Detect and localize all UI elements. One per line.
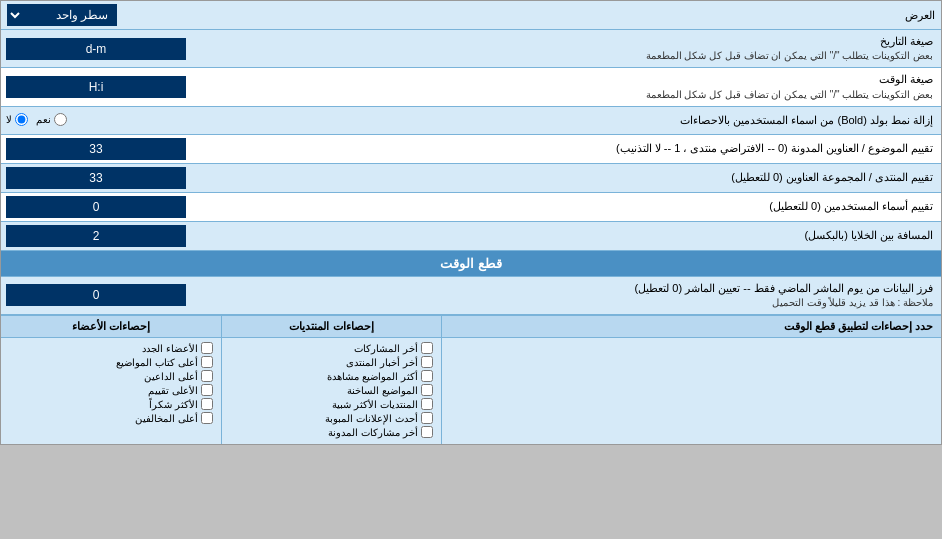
col1-item-3[interactable]: أكثر المواضيع مشاهدة — [230, 370, 433, 382]
cut-time-header-text: قطع الوقت — [440, 256, 502, 271]
col2-item-5[interactable]: الأكثر شكراً — [9, 398, 213, 410]
remove-bold-yes-label[interactable]: نعم — [36, 113, 67, 126]
col2-item-3[interactable]: أعلى الداعين — [9, 370, 213, 382]
col2-item-1[interactable]: الأعضاء الجدد — [9, 342, 213, 354]
forum-order-label: تقييم الموضوع / العناوين المدونة (0 -- ا… — [229, 141, 933, 156]
col2-header: إحصاءات الأعضاء — [1, 316, 221, 337]
cut-time-note: ملاحظة : هذا قد يزيد قليلاً وقت التحميل — [229, 296, 933, 310]
date-format-label: صيغة التاريخ — [229, 34, 933, 49]
col2-item-4[interactable]: الأعلى تقييم — [9, 384, 213, 396]
col1-header: إحصاءات المنتديات — [221, 316, 441, 337]
cell-distance-row: المسافة بين الخلايا (بالبكسل) — [1, 222, 941, 251]
remove-bold-options: نعم لا — [1, 110, 221, 131]
user-names-row: تقييم أسماء المستخدمين (0 للتعطيل) — [1, 193, 941, 222]
col1-item-1[interactable]: أخر المشاركات — [230, 342, 433, 354]
forum-group-input[interactable] — [6, 167, 186, 189]
cell-distance-label: المسافة بين الخلايا (بالبكسل) — [229, 228, 933, 243]
col1-item-7[interactable]: أخر مشاركات المدونة — [230, 426, 433, 438]
remove-bold-no-text: لا — [6, 114, 12, 125]
remove-bold-no-radio[interactable] — [15, 113, 28, 126]
stats-section: حدد إحصاءات لتطبيق قطع الوقت إحصاءات الم… — [1, 315, 941, 444]
col1-item-6[interactable]: أحدث الإعلانات المبوبة — [230, 412, 433, 424]
remove-bold-label: إزالة نمط بولد (Bold) من اسماء المستخدمي… — [229, 113, 933, 128]
col1-item-2[interactable]: أخر أخبار المنتدى — [230, 356, 433, 368]
stats-limit-label: حدد إحصاءات لتطبيق قطع الوقت — [441, 316, 941, 337]
col1-item-4[interactable]: المواضيع الساخنة — [230, 384, 433, 396]
top-bar: العرض سطر واحد — [1, 1, 941, 30]
date-format-row: صيغة التاريخ بعض التكوينات يتطلب "/" الت… — [1, 30, 941, 68]
user-names-label: تقييم أسماء المستخدمين (0 للتعطيل) — [229, 199, 933, 214]
stats-main-col — [441, 338, 941, 444]
forum-order-row: تقييم الموضوع / العناوين المدونة (0 -- ا… — [1, 135, 941, 164]
col1-item-5[interactable]: المنتديات الأكثر شبية — [230, 398, 433, 410]
time-format-label: صيغة الوقت — [229, 72, 933, 87]
display-label: العرض — [117, 9, 935, 22]
date-format-input[interactable] — [6, 38, 186, 60]
col2-item-2[interactable]: أعلى كتاب المواضيع — [9, 356, 213, 368]
col2-item-6[interactable]: أعلى المخالفين — [9, 412, 213, 424]
time-format-row: صيغة الوقت بعض التكوينات يتطلب "/" التي … — [1, 68, 941, 106]
remove-bold-yes-text: نعم — [36, 114, 51, 125]
user-names-input[interactable] — [6, 196, 186, 218]
date-format-sublabel: بعض التكوينات يتطلب "/" التي يمكن ان تضا… — [229, 49, 933, 63]
remove-bold-yes-radio[interactable] — [54, 113, 67, 126]
forum-order-input[interactable] — [6, 138, 186, 160]
cell-distance-input[interactable] — [6, 225, 186, 247]
forum-group-label: تقييم المنتدى / المجموعة العناوين (0 للت… — [229, 170, 933, 185]
time-format-sublabel: بعض التكوينات يتطلب "/" التي يمكن ان تضا… — [229, 88, 933, 102]
col1-items: أخر المشاركات أخر أخبار المنتدى أكثر الم… — [221, 338, 441, 444]
cut-time-label: فرز البيانات من يوم الماشر الماضي فقط --… — [229, 281, 933, 296]
cut-time-header: قطع الوقت — [1, 251, 941, 277]
col2-items: الأعضاء الجدد أعلى كتاب المواضيع أعلى ال… — [1, 338, 221, 444]
display-dropdown[interactable]: سطر واحد — [7, 4, 117, 26]
cut-time-row: فرز البيانات من يوم الماشر الماضي فقط --… — [1, 277, 941, 315]
forum-group-row: تقييم المنتدى / المجموعة العناوين (0 للت… — [1, 164, 941, 193]
remove-bold-row: إزالة نمط بولد (Bold) من اسماء المستخدمي… — [1, 107, 941, 135]
remove-bold-no-label[interactable]: لا — [6, 113, 28, 126]
cut-time-input[interactable] — [6, 284, 186, 306]
time-format-input[interactable] — [6, 76, 186, 98]
